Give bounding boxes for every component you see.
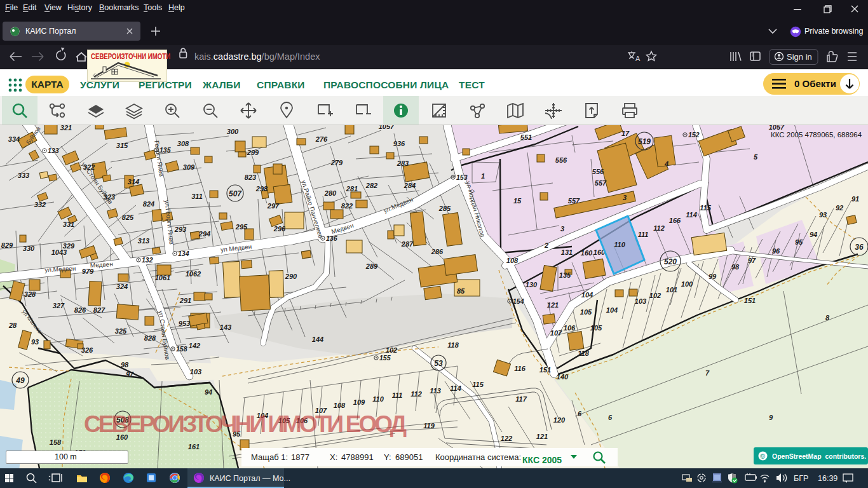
svg-text:122: 122 [501, 435, 512, 442]
svg-text:282: 282 [365, 182, 377, 189]
svg-text:111: 111 [638, 231, 649, 238]
svg-text:160: 160 [581, 249, 593, 257]
svg-text:94: 94 [810, 231, 817, 238]
svg-text:279: 279 [330, 159, 343, 166]
svg-text:325: 325 [115, 327, 127, 335]
svg-text:297: 297 [267, 202, 280, 210]
svg-text:114: 114 [450, 384, 461, 392]
svg-text:322: 322 [83, 163, 95, 171]
svg-text:115: 115 [700, 204, 711, 212]
svg-text:117: 117 [515, 395, 527, 403]
svg-text:93: 93 [819, 211, 827, 219]
svg-text:49: 49 [15, 376, 25, 385]
svg-text:556: 556 [555, 156, 567, 164]
svg-text:284: 284 [403, 182, 416, 189]
svg-text:135: 135 [159, 146, 171, 154]
svg-text:331: 331 [63, 220, 74, 228]
svg-text:293: 293 [174, 226, 186, 233]
svg-text:104: 104 [606, 306, 618, 314]
svg-text:Sign in: Sign in [787, 52, 812, 62]
svg-text:102: 102 [649, 292, 661, 299]
svg-text:91: 91 [851, 195, 859, 203]
svg-text:103: 103 [190, 368, 201, 376]
svg-text:121: 121 [547, 301, 559, 309]
svg-text:102: 102 [386, 346, 397, 354]
svg-text:158: 158 [50, 438, 62, 446]
svg-text:333: 333 [18, 172, 29, 179]
svg-text:121: 121 [536, 433, 548, 440]
svg-text:299: 299 [247, 149, 259, 156]
svg-text:136: 136 [326, 234, 337, 242]
svg-text:101: 101 [666, 286, 677, 294]
svg-text:1057: 1057 [769, 125, 785, 131]
svg-text:285: 285 [438, 205, 451, 212]
svg-text:507: 507 [229, 189, 242, 198]
svg-text:131: 131 [561, 248, 573, 256]
svg-text:291: 291 [179, 297, 191, 304]
svg-text:92: 92 [836, 204, 843, 212]
svg-text:7: 7 [705, 369, 710, 377]
svg-text:953: 953 [179, 320, 190, 327]
svg-text:120: 120 [553, 416, 566, 424]
svg-text:295: 295 [235, 223, 248, 231]
svg-text:98: 98 [731, 263, 740, 271]
svg-text:1062: 1062 [186, 270, 201, 278]
svg-text:114: 114 [686, 211, 697, 219]
svg-text:98: 98 [121, 361, 129, 369]
svg-text:283: 283 [397, 159, 409, 167]
svg-text:822: 822 [341, 202, 353, 210]
svg-text:118: 118 [578, 349, 589, 357]
svg-text:289: 289 [365, 262, 378, 270]
svg-text:140: 140 [557, 373, 569, 381]
svg-text:321: 321 [60, 125, 72, 132]
svg-text:332: 332 [34, 201, 46, 208]
svg-text:95: 95 [795, 238, 803, 246]
svg-text:3: 3 [623, 194, 627, 201]
svg-text:276: 276 [315, 135, 328, 143]
svg-text:БГР: БГР [794, 474, 808, 483]
svg-text:104: 104 [581, 291, 593, 299]
svg-text:113: 113 [430, 387, 441, 395]
svg-text:A: A [635, 55, 641, 62]
svg-text:300: 300 [227, 128, 239, 135]
svg-text:294: 294 [198, 230, 210, 238]
svg-text:158: 158 [176, 345, 187, 353]
svg-text:53: 53 [434, 359, 443, 368]
svg-text:134: 134 [178, 250, 189, 257]
svg-text:2: 2 [544, 241, 548, 249]
svg-text:151: 151 [539, 366, 551, 374]
svg-text:108: 108 [334, 402, 346, 409]
svg-text:111: 111 [392, 391, 403, 399]
svg-text:309: 309 [183, 163, 195, 171]
svg-text:107: 107 [550, 329, 562, 337]
svg-text:330: 330 [23, 245, 35, 252]
svg-text:324: 324 [116, 283, 128, 290]
svg-text:5: 5 [754, 153, 758, 161]
svg-text:826: 826 [74, 306, 86, 314]
svg-text:97: 97 [126, 370, 134, 378]
svg-text:97: 97 [748, 257, 756, 264]
svg-text:118: 118 [447, 341, 459, 349]
svg-text:298: 298 [255, 185, 268, 193]
svg-text:557: 557 [568, 197, 580, 205]
svg-text:281: 281 [346, 185, 358, 193]
svg-text:519: 519 [638, 137, 651, 146]
svg-text:103: 103 [635, 297, 646, 305]
svg-text:314: 314 [128, 178, 139, 186]
svg-text:308: 308 [177, 140, 189, 147]
svg-text:109: 109 [353, 398, 365, 406]
svg-text:313: 313 [138, 237, 149, 245]
svg-text:17: 17 [621, 130, 630, 137]
svg-text:9: 9 [769, 414, 773, 421]
svg-text:ККС 2005 4789065, 688964: ККС 2005 4789065, 688964 [771, 131, 862, 139]
svg-text:828: 828 [144, 334, 156, 342]
svg-text:СЕВЕРОИЗТОЧНИ ИМОТИ ЕООД: СЕВЕРОИЗТОЧНИ ИМОТИ ЕООД [84, 411, 407, 437]
svg-text:6: 6 [608, 414, 613, 421]
svg-text:112: 112 [410, 390, 422, 398]
svg-text:1057: 1057 [379, 125, 395, 130]
svg-text:133: 133 [48, 147, 59, 154]
svg-text:100: 100 [681, 280, 693, 288]
svg-text:936: 936 [393, 140, 405, 147]
svg-text:110: 110 [614, 241, 625, 248]
svg-text:286: 286 [431, 248, 444, 255]
